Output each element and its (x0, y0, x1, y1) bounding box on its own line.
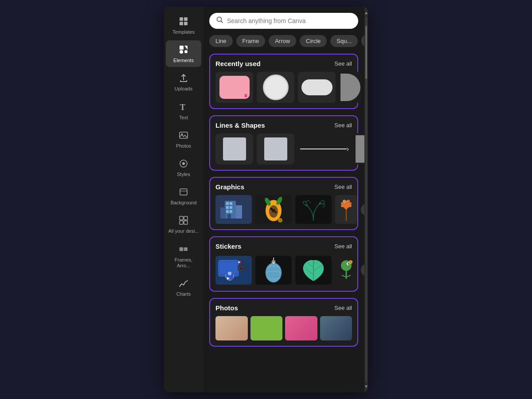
lines-shapes-see-all[interactable]: See all (334, 122, 352, 129)
search-bar-wrap (203, 7, 364, 29)
section-photos: Photos See all (209, 298, 358, 347)
svg-rect-30 (220, 207, 226, 219)
photo-green[interactable] (250, 316, 283, 340)
shape-half-circle[interactable] (355, 133, 364, 164)
svg-rect-13 (180, 216, 183, 220)
svg-rect-23 (226, 202, 229, 205)
chip-square[interactable]: Squ... (330, 35, 358, 47)
svg-rect-1 (184, 17, 188, 21)
graphic-bird[interactable] (335, 195, 357, 224)
sidebar-item-uploads[interactable]: Uploads (166, 69, 201, 95)
sidebar-item-frames[interactable]: Frames, Arro... (166, 240, 201, 272)
svg-rect-28 (230, 210, 232, 213)
sidebar-item-charts[interactable]: Charts (166, 274, 201, 301)
recent-item-white-circle[interactable] (257, 72, 294, 103)
svg-rect-3 (184, 22, 188, 25)
graphic-papaya[interactable]: ♛ (255, 195, 292, 224)
square-shape-1 (223, 137, 246, 160)
svg-text:T: T (180, 103, 185, 112)
section-stickers: Stickers See all ▶ ♥ (209, 236, 358, 292)
recent-item-pink-rect[interactable] (215, 72, 253, 103)
graphics-items: ♛ (215, 195, 352, 224)
svg-rect-4 (180, 46, 184, 50)
lines-shapes-title: Lines & Shapes (215, 121, 265, 129)
search-icon (216, 16, 223, 25)
svg-rect-27 (226, 210, 229, 213)
sidebar-item-all-designs[interactable]: All your desi... (166, 211, 201, 238)
sidebar-item-text[interactable]: T Text (166, 98, 201, 124)
photos-icon (179, 130, 188, 141)
recently-used-see-all[interactable]: See all (334, 60, 352, 67)
text-icon: T (179, 102, 188, 113)
sidebar-item-background[interactable]: Background (166, 183, 201, 209)
graphic-building[interactable] (215, 195, 252, 224)
scroll-up-arrow[interactable]: ▲ (364, 8, 368, 17)
scroll-track (365, 17, 367, 382)
arrow-line-shape: › (300, 145, 349, 153)
svg-text:▶: ▶ (227, 276, 230, 280)
graphics-next[interactable]: › (361, 203, 364, 216)
svg-point-58 (266, 263, 282, 282)
shape-square-2[interactable] (257, 133, 294, 164)
photo-hand[interactable] (215, 316, 248, 340)
sidebar-label-charts: Charts (176, 291, 191, 297)
stickers-next[interactable]: › (361, 264, 364, 276)
shape-square-1[interactable] (215, 133, 253, 164)
filter-chips: Line Frame Arrow Circle Squ... › (203, 29, 364, 47)
half-circle-gray (356, 135, 364, 163)
scroll-thumb[interactable] (365, 26, 367, 79)
graphics-see-all[interactable]: See all (334, 184, 352, 190)
scroll-down-arrow[interactable]: ▼ (364, 382, 368, 391)
photo-flower[interactable] (285, 316, 317, 340)
chips-next-arrow[interactable]: › (361, 34, 364, 47)
svg-rect-14 (184, 216, 188, 220)
svg-text:📱: 📱 (239, 266, 243, 270)
search-input[interactable] (227, 17, 351, 24)
styles-icon (179, 159, 188, 170)
chip-arrow[interactable]: Arrow (269, 35, 296, 47)
sidebar-item-templates[interactable]: Templates (166, 12, 201, 39)
svg-rect-25 (226, 206, 229, 209)
recent-item-white-rounded[interactable] (298, 72, 336, 103)
svg-point-50 (228, 272, 231, 275)
recent-item-half-circle[interactable] (339, 72, 361, 103)
elements-icon (179, 45, 188, 56)
shape-arrow-line[interactable]: › (298, 133, 351, 164)
chip-line[interactable]: Line (209, 35, 233, 47)
photos-see-all[interactable]: See all (334, 305, 352, 311)
photo-animal[interactable] (320, 316, 352, 340)
sidebar-label-elements: Elements (173, 58, 194, 63)
svg-point-35 (272, 209, 275, 212)
svg-text:♥: ♥ (238, 261, 240, 264)
sticker-social-media[interactable]: ▶ ♥ 📱 (215, 256, 252, 285)
graphic-plant[interactable] (295, 195, 332, 224)
templates-icon (179, 16, 188, 27)
sidebar-item-photos[interactable]: Photos (166, 126, 201, 153)
sidebar-label-uploads: Uploads (175, 86, 192, 92)
svg-point-36 (270, 207, 273, 210)
svg-rect-0 (180, 17, 183, 21)
arrow-head: › (347, 145, 349, 153)
sticker-small-bird[interactable] (335, 254, 357, 286)
sticker-leaf[interactable] (295, 256, 332, 285)
svg-point-65 (350, 261, 352, 263)
photos-header: Photos See all (215, 304, 352, 312)
chip-frame[interactable]: Frame (236, 35, 266, 47)
recently-used-items: › (215, 72, 352, 103)
sidebar-item-elements[interactable]: Elements (166, 40, 201, 67)
chip-circle[interactable]: Circle (300, 35, 327, 47)
recently-used-header: Recently used See all (215, 60, 352, 67)
lines-shapes-header: Lines & Shapes See all (215, 121, 352, 129)
svg-rect-26 (230, 206, 232, 209)
sidebar-item-styles[interactable]: Styles (166, 154, 201, 181)
sidebar-label-templates: Templates (172, 29, 195, 35)
svg-text:♛: ♛ (279, 219, 282, 222)
svg-rect-15 (180, 221, 183, 224)
content-scroll: Recently used See all (203, 47, 364, 392)
sticker-ornament[interactable] (255, 256, 292, 285)
photos-title: Photos (215, 304, 238, 312)
svg-rect-7 (184, 50, 188, 53)
stickers-header: Stickers See all (215, 243, 352, 250)
stickers-see-all[interactable]: See all (334, 243, 352, 250)
sidebar-label-text: Text (179, 115, 188, 121)
